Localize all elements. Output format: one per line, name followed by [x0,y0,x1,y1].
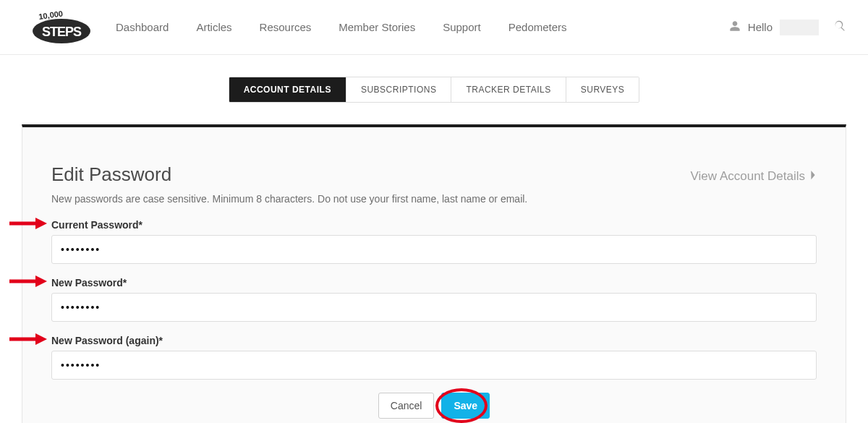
tab-surveys[interactable]: SURVEYS [566,77,639,102]
nav-dashboard[interactable]: Dashboard [116,21,169,33]
nav-support[interactable]: Support [443,21,481,33]
page-title: Edit Password [51,163,527,186]
user-name [780,20,819,35]
new-password-input[interactable] [51,293,817,322]
new-password-label: New Password* [51,277,817,289]
new-password-again-label: New Password (again)* [51,335,817,346]
annotation-arrow-icon [9,332,47,346]
account-tabs: ACCOUNT DETAILS SUBSCRIPTIONS TRACKER DE… [229,77,640,103]
nav-resources[interactable]: Resources [260,21,312,33]
nav-member-stories[interactable]: Member Stories [339,21,415,33]
edit-password-panel: Edit Password New passwords are case sen… [22,124,846,423]
view-account-details-link[interactable]: View Account Details [691,169,817,184]
user-icon [729,20,741,34]
svg-marker-8 [35,333,47,345]
nav-pedometers[interactable]: Pedometers [509,21,567,33]
current-password-label: Current Password* [51,219,817,231]
form-buttons: Cancel Save [51,393,817,419]
save-button[interactable]: Save [441,393,490,419]
svg-marker-4 [35,218,47,229]
chevron-right-icon [809,169,817,184]
tabs-row: ACCOUNT DETAILS SUBSCRIPTIONS TRACKER DE… [0,55,868,124]
greeting-text: Hello [748,21,773,33]
svg-text:STEPS: STEPS [42,25,82,39]
annotation-arrow-icon [9,274,47,289]
main-nav: Dashboard Articles Resources Member Stor… [116,21,729,33]
search-icon[interactable] [826,20,846,35]
svg-marker-6 [35,275,47,287]
cancel-button[interactable]: Cancel [378,393,435,419]
page-subtitle: New passwords are case sensitive. Minimu… [51,193,527,205]
tab-account-details[interactable]: ACCOUNT DETAILS [229,77,346,102]
tab-subscriptions[interactable]: SUBSCRIPTIONS [346,77,452,102]
header: 10,000 STEPS Dashboard Articles Resource… [0,0,868,55]
annotation-arrow-icon [9,216,47,231]
current-password-input[interactable] [51,235,817,264]
logo[interactable]: 10,000 STEPS [22,9,94,46]
tab-tracker-details[interactable]: TRACKER DETAILS [451,77,566,102]
new-password-again-input[interactable] [51,351,817,380]
nav-articles[interactable]: Articles [196,21,231,33]
view-account-details-label: View Account Details [691,169,805,184]
header-user[interactable]: Hello [729,20,846,35]
